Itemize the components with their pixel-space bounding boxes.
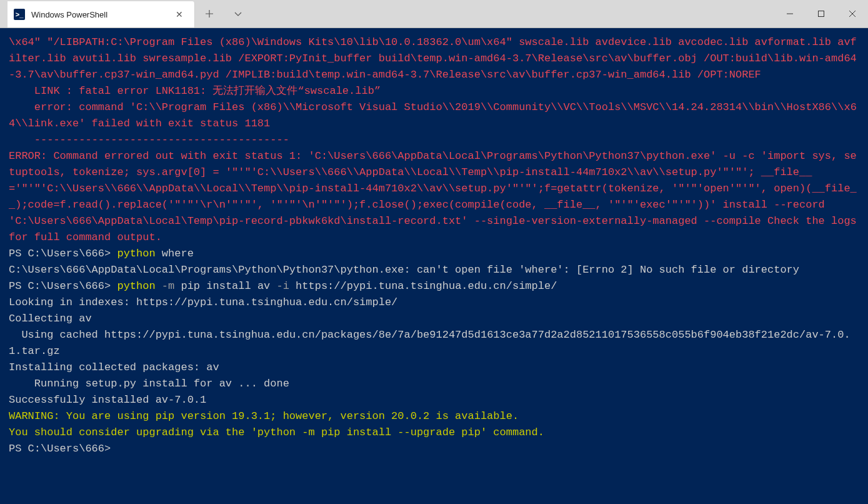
chevron-down-icon [234, 9, 242, 18]
output-line: Collecting av [9, 313, 92, 325]
command-arg: pip install av [174, 280, 276, 292]
error-line: ERROR: Command errored out with exit sta… [9, 150, 863, 243]
maximize-button[interactable] [806, 0, 837, 28]
prompt: PS C:\Users\666> [9, 280, 117, 292]
close-icon [849, 10, 856, 18]
prompt: PS C:\Users\666> [9, 443, 111, 455]
tab-dropdown-button[interactable] [224, 0, 252, 28]
command-keyword: python [117, 248, 155, 260]
command-flag: -i [277, 280, 289, 292]
output-line: Installing collected packages: av [9, 361, 219, 373]
warning-line: You should consider upgrading via the 'p… [9, 426, 544, 438]
output-line: Looking in indexes: https://pypi.tuna.ts… [9, 296, 397, 308]
output-line: Successfully installed av-7.0.1 [9, 394, 206, 406]
error-line: error: command 'C:\\Program Files (x86)\… [9, 101, 857, 129]
error-line: ---------------------------------------- [9, 134, 289, 146]
window-controls [774, 0, 868, 28]
minimize-icon [786, 10, 794, 18]
tab-title: Windows PowerShell [31, 10, 167, 19]
command-keyword: python [117, 280, 155, 292]
plus-icon [205, 9, 214, 18]
new-tab-button[interactable] [195, 0, 224, 28]
warning-line: WARNING: You are using pip version 19.3.… [9, 410, 519, 422]
output-line: Using cached https://pypi.tuna.tsinghua.… [9, 329, 851, 357]
output-line: C:\Users\666\AppData\Local\Programs\Pyth… [9, 264, 799, 276]
command-arg: where [156, 248, 194, 260]
output-line: Running setup.py install for av ... done [9, 378, 289, 390]
error-line: LINK : fatal error LNK1181: 无法打开输入文件“sws… [9, 85, 381, 97]
terminal-output[interactable]: \x64" "/LIBPATH:C:\Program Files (x86)\W… [0, 28, 868, 504]
error-line: \x64" "/LIBPATH:C:\Program Files (x86)\W… [9, 36, 857, 81]
svg-rect-0 [819, 11, 824, 17]
maximize-icon [817, 10, 825, 18]
command-flag: -m [156, 280, 175, 292]
minimize-button[interactable] [774, 0, 806, 28]
titlebar: >_ Windows PowerShell ✕ [0, 0, 868, 28]
tab-powershell[interactable]: >_ Windows PowerShell ✕ [7, 1, 195, 28]
titlebar-drag-area[interactable] [252, 0, 774, 28]
powershell-icon: >_ [14, 9, 25, 20]
prompt: PS C:\Users\666> [9, 248, 117, 260]
command-arg: https://pypi.tuna.tsinghua.edu.cn/simple… [289, 280, 557, 292]
tab-close-button[interactable]: ✕ [173, 7, 186, 22]
close-button[interactable] [837, 0, 868, 28]
